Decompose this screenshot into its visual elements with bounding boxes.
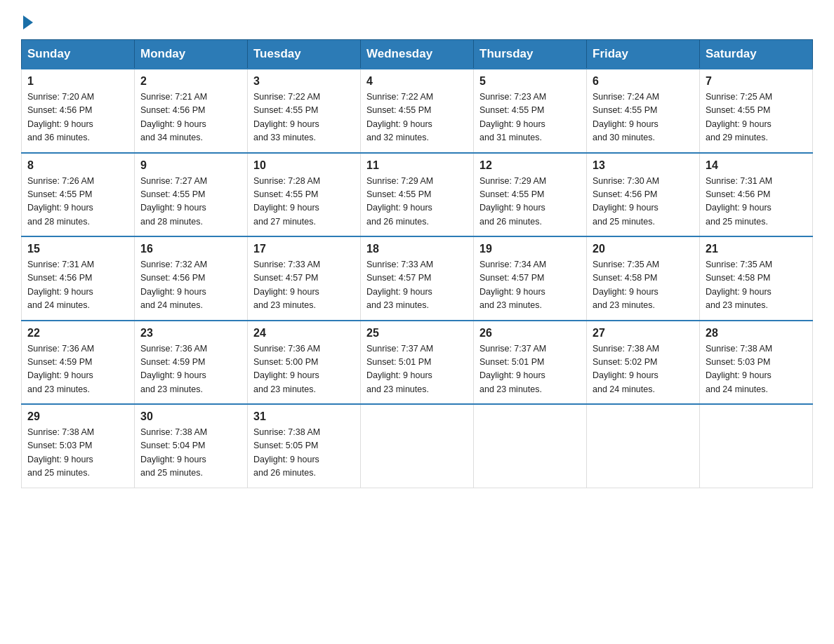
calendar-cell: 31Sunrise: 7:38 AMSunset: 5:05 PMDayligh… bbox=[248, 404, 361, 488]
calendar-cell: 28Sunrise: 7:38 AMSunset: 5:03 PMDayligh… bbox=[700, 321, 813, 405]
calendar-cell: 25Sunrise: 7:37 AMSunset: 5:01 PMDayligh… bbox=[361, 321, 474, 405]
day-detail: Sunrise: 7:38 AMSunset: 5:05 PMDaylight:… bbox=[253, 426, 355, 481]
day-detail: Sunrise: 7:31 AMSunset: 4:56 PMDaylight:… bbox=[706, 175, 807, 229]
calendar-cell: 26Sunrise: 7:37 AMSunset: 5:01 PMDayligh… bbox=[474, 321, 587, 405]
weekday-header-wednesday: Wednesday bbox=[361, 40, 474, 69]
calendar-cell: 3Sunrise: 7:22 AMSunset: 4:55 PMDaylight… bbox=[248, 69, 361, 153]
weekday-header-sunday: Sunday bbox=[22, 40, 135, 69]
calendar-header: SundayMondayTuesdayWednesdayThursdayFrid… bbox=[22, 40, 813, 69]
day-number: 25 bbox=[366, 327, 468, 340]
calendar-cell bbox=[587, 404, 700, 488]
day-detail: Sunrise: 7:37 AMSunset: 5:01 PMDaylight:… bbox=[479, 342, 581, 397]
day-number: 26 bbox=[479, 327, 581, 340]
weekday-header-row: SundayMondayTuesdayWednesdayThursdayFrid… bbox=[22, 40, 813, 69]
day-number: 30 bbox=[140, 410, 241, 423]
day-detail: Sunrise: 7:36 AMSunset: 4:59 PMDaylight:… bbox=[27, 342, 128, 397]
calendar-cell: 7Sunrise: 7:25 AMSunset: 4:55 PMDaylight… bbox=[700, 69, 813, 153]
calendar-cell: 2Sunrise: 7:21 AMSunset: 4:56 PMDaylight… bbox=[135, 69, 248, 153]
day-detail: Sunrise: 7:33 AMSunset: 4:57 PMDaylight:… bbox=[366, 258, 468, 313]
day-detail: Sunrise: 7:38 AMSunset: 5:04 PMDaylight:… bbox=[140, 426, 241, 481]
weekday-header-thursday: Thursday bbox=[474, 40, 587, 69]
day-detail: Sunrise: 7:23 AMSunset: 4:55 PMDaylight:… bbox=[479, 90, 581, 145]
day-number: 5 bbox=[479, 75, 581, 88]
day-detail: Sunrise: 7:30 AMSunset: 4:56 PMDaylight:… bbox=[593, 175, 694, 229]
day-number: 2 bbox=[140, 75, 241, 88]
calendar-cell: 20Sunrise: 7:35 AMSunset: 4:58 PMDayligh… bbox=[587, 236, 700, 321]
calendar-cell: 23Sunrise: 7:36 AMSunset: 4:59 PMDayligh… bbox=[135, 321, 248, 405]
calendar-cell: 18Sunrise: 7:33 AMSunset: 4:57 PMDayligh… bbox=[361, 236, 474, 321]
day-detail: Sunrise: 7:28 AMSunset: 4:55 PMDaylight:… bbox=[253, 175, 355, 229]
calendar-cell: 29Sunrise: 7:38 AMSunset: 5:03 PMDayligh… bbox=[22, 404, 135, 488]
calendar-cell: 19Sunrise: 7:34 AMSunset: 4:57 PMDayligh… bbox=[474, 236, 587, 321]
week-row-1: 1Sunrise: 7:20 AMSunset: 4:56 PMDaylight… bbox=[22, 69, 813, 153]
calendar-cell: 8Sunrise: 7:26 AMSunset: 4:55 PMDaylight… bbox=[22, 153, 135, 237]
day-number: 20 bbox=[593, 243, 694, 255]
calendar-cell bbox=[700, 404, 813, 488]
calendar-cell: 9Sunrise: 7:27 AMSunset: 4:55 PMDaylight… bbox=[135, 153, 248, 237]
day-detail: Sunrise: 7:21 AMSunset: 4:56 PMDaylight:… bbox=[140, 90, 241, 145]
day-number: 18 bbox=[366, 243, 468, 255]
day-detail: Sunrise: 7:31 AMSunset: 4:56 PMDaylight:… bbox=[27, 258, 128, 313]
calendar-cell: 14Sunrise: 7:31 AMSunset: 4:56 PMDayligh… bbox=[700, 153, 813, 237]
calendar-cell: 30Sunrise: 7:38 AMSunset: 5:04 PMDayligh… bbox=[135, 404, 248, 488]
day-detail: Sunrise: 7:26 AMSunset: 4:55 PMDaylight:… bbox=[27, 175, 128, 229]
day-number: 7 bbox=[706, 75, 807, 88]
calendar-cell: 16Sunrise: 7:32 AMSunset: 4:56 PMDayligh… bbox=[135, 236, 248, 321]
day-detail: Sunrise: 7:36 AMSunset: 5:00 PMDaylight:… bbox=[253, 342, 355, 397]
day-number: 31 bbox=[253, 410, 355, 423]
calendar-cell: 12Sunrise: 7:29 AMSunset: 4:55 PMDayligh… bbox=[474, 153, 587, 237]
weekday-header-monday: Monday bbox=[135, 40, 248, 69]
day-number: 13 bbox=[593, 159, 694, 172]
day-number: 23 bbox=[140, 327, 241, 340]
day-detail: Sunrise: 7:36 AMSunset: 4:59 PMDaylight:… bbox=[140, 342, 241, 397]
logo-arrow-icon bbox=[23, 15, 33, 29]
calendar-cell: 11Sunrise: 7:29 AMSunset: 4:55 PMDayligh… bbox=[361, 153, 474, 237]
calendar-cell: 6Sunrise: 7:24 AMSunset: 4:55 PMDaylight… bbox=[587, 69, 700, 153]
calendar-cell: 22Sunrise: 7:36 AMSunset: 4:59 PMDayligh… bbox=[22, 321, 135, 405]
calendar-cell bbox=[361, 404, 474, 488]
week-row-2: 8Sunrise: 7:26 AMSunset: 4:55 PMDaylight… bbox=[22, 153, 813, 237]
day-detail: Sunrise: 7:38 AMSunset: 5:02 PMDaylight:… bbox=[593, 342, 694, 397]
day-detail: Sunrise: 7:37 AMSunset: 5:01 PMDaylight:… bbox=[366, 342, 468, 397]
calendar-cell: 21Sunrise: 7:35 AMSunset: 4:58 PMDayligh… bbox=[700, 236, 813, 321]
day-number: 19 bbox=[479, 243, 581, 255]
day-number: 10 bbox=[253, 159, 355, 172]
day-detail: Sunrise: 7:38 AMSunset: 5:03 PMDaylight:… bbox=[27, 426, 128, 481]
week-row-5: 29Sunrise: 7:38 AMSunset: 5:03 PMDayligh… bbox=[22, 404, 813, 488]
day-number: 4 bbox=[366, 75, 468, 88]
day-number: 1 bbox=[27, 75, 128, 88]
logo bbox=[21, 14, 33, 27]
day-detail: Sunrise: 7:32 AMSunset: 4:56 PMDaylight:… bbox=[140, 258, 241, 313]
calendar-body: 1Sunrise: 7:20 AMSunset: 4:56 PMDaylight… bbox=[22, 69, 813, 488]
day-detail: Sunrise: 7:22 AMSunset: 4:55 PMDaylight:… bbox=[366, 90, 468, 145]
day-detail: Sunrise: 7:25 AMSunset: 4:55 PMDaylight:… bbox=[706, 90, 807, 145]
day-number: 12 bbox=[479, 159, 581, 172]
day-detail: Sunrise: 7:20 AMSunset: 4:56 PMDaylight:… bbox=[27, 90, 128, 145]
calendar-cell bbox=[474, 404, 587, 488]
day-number: 24 bbox=[253, 327, 355, 340]
day-number: 16 bbox=[140, 243, 241, 255]
week-row-4: 22Sunrise: 7:36 AMSunset: 4:59 PMDayligh… bbox=[22, 321, 813, 405]
day-detail: Sunrise: 7:34 AMSunset: 4:57 PMDaylight:… bbox=[479, 258, 581, 313]
day-number: 15 bbox=[27, 243, 128, 255]
day-number: 3 bbox=[253, 75, 355, 88]
weekday-header-saturday: Saturday bbox=[700, 40, 813, 69]
day-detail: Sunrise: 7:24 AMSunset: 4:55 PMDaylight:… bbox=[593, 90, 694, 145]
day-number: 11 bbox=[366, 159, 468, 172]
week-row-3: 15Sunrise: 7:31 AMSunset: 4:56 PMDayligh… bbox=[22, 236, 813, 321]
calendar-table: SundayMondayTuesdayWednesdayThursdayFrid… bbox=[21, 39, 813, 488]
day-detail: Sunrise: 7:33 AMSunset: 4:57 PMDaylight:… bbox=[253, 258, 355, 313]
day-number: 17 bbox=[253, 243, 355, 255]
calendar-cell: 13Sunrise: 7:30 AMSunset: 4:56 PMDayligh… bbox=[587, 153, 700, 237]
calendar-cell: 17Sunrise: 7:33 AMSunset: 4:57 PMDayligh… bbox=[248, 236, 361, 321]
calendar-cell: 10Sunrise: 7:28 AMSunset: 4:55 PMDayligh… bbox=[248, 153, 361, 237]
weekday-header-tuesday: Tuesday bbox=[248, 40, 361, 69]
calendar-cell: 5Sunrise: 7:23 AMSunset: 4:55 PMDaylight… bbox=[474, 69, 587, 153]
day-detail: Sunrise: 7:29 AMSunset: 4:55 PMDaylight:… bbox=[479, 175, 581, 229]
day-number: 8 bbox=[27, 159, 128, 172]
calendar-cell: 24Sunrise: 7:36 AMSunset: 5:00 PMDayligh… bbox=[248, 321, 361, 405]
calendar-cell: 4Sunrise: 7:22 AMSunset: 4:55 PMDaylight… bbox=[361, 69, 474, 153]
calendar-cell: 27Sunrise: 7:38 AMSunset: 5:02 PMDayligh… bbox=[587, 321, 700, 405]
page-header bbox=[21, 14, 813, 27]
weekday-header-friday: Friday bbox=[587, 40, 700, 69]
